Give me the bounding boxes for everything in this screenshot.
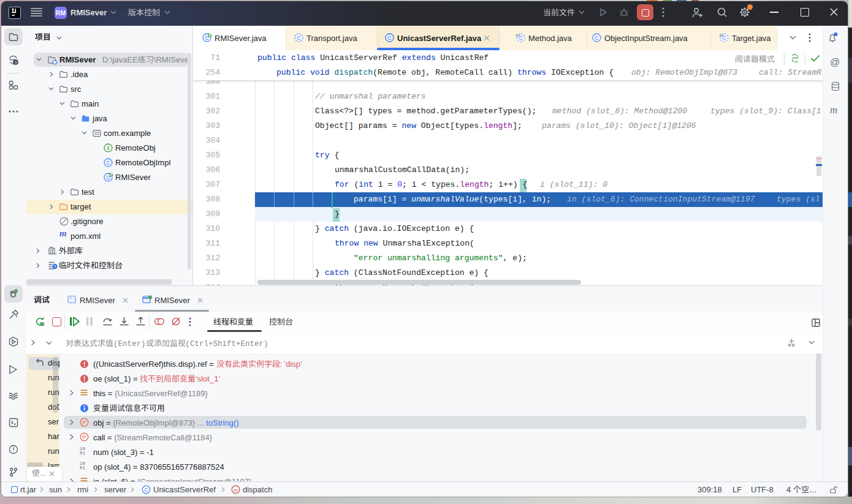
svg-text:?: ? [14,60,17,66]
svg-text:C: C [722,35,726,41]
svg-text:C: C [297,35,300,41]
svg-text:C: C [595,35,598,41]
svg-text:P: P [82,434,86,440]
svg-text:C: C [144,487,148,493]
svg-text:C: C [106,160,110,166]
svg-text:I: I [107,145,110,151]
svg-text:C: C [387,35,391,41]
svg-text:m: m [234,487,238,493]
svg-text:P: P [82,419,86,426]
svg-text:C: C [519,35,522,41]
